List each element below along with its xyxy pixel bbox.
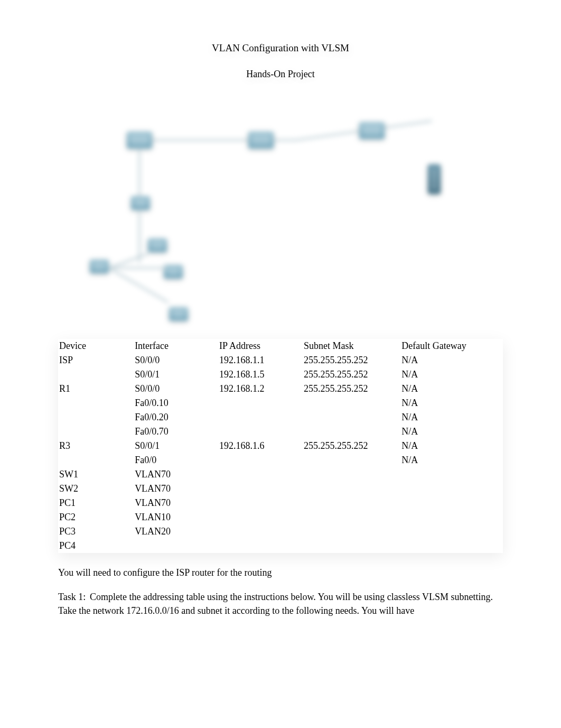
cell-gateway (400, 539, 503, 553)
cell-interface: VLAN20 (134, 524, 218, 539)
cell-interface: VLAN10 (134, 510, 218, 524)
cell-gateway (400, 524, 503, 539)
pc-icon (148, 238, 167, 252)
cell-gateway (400, 482, 503, 496)
addressing-table: Device Interface IP Address Subnet Mask … (58, 339, 503, 553)
cell-device: PC3 (58, 524, 134, 539)
cell-mask (303, 510, 400, 524)
cell-ip (218, 524, 303, 539)
cell-ip: 192.168.1.6 (218, 439, 303, 453)
cell-mask (303, 524, 400, 539)
table-row: ISPS0/0/0192.168.1.1255.255.255.252N/A (58, 353, 503, 367)
cell-ip (218, 496, 303, 510)
task-1-paragraph: Task 1:Complete the addressing table usi… (58, 590, 503, 618)
cell-mask (303, 496, 400, 510)
cell-ip (218, 410, 303, 425)
cell-mask (303, 539, 400, 553)
cell-device: SW2 (58, 482, 134, 496)
cell-ip (218, 510, 303, 524)
cell-device: PC1 (58, 496, 134, 510)
cell-gateway: N/A (400, 439, 503, 453)
cell-interface: S0/0/0 (134, 353, 218, 367)
header-interface: Interface (134, 339, 218, 353)
cell-gateway (400, 467, 503, 482)
cell-device: PC2 (58, 510, 134, 524)
task-1-text: Complete the addressing table using the … (58, 592, 493, 616)
header-gateway: Default Gateway (400, 339, 503, 353)
cell-interface: S0/0/1 (134, 367, 218, 382)
cell-ip (218, 539, 303, 553)
cell-device (58, 396, 134, 410)
cell-device (58, 367, 134, 382)
cell-interface: VLAN70 (134, 496, 218, 510)
header-mask: Subnet Mask (303, 339, 400, 353)
cell-device: PC4 (58, 539, 134, 553)
table-row: R1S0/0/0192.168.1.2255.255.255.252N/A (58, 382, 503, 396)
cell-device: R1 (58, 382, 134, 396)
switch-icon (131, 196, 150, 210)
server-icon (428, 164, 441, 194)
cell-device (58, 425, 134, 439)
cell-gateway (400, 496, 503, 510)
table-header-row: Device Interface IP Address Subnet Mask … (58, 339, 503, 353)
cell-interface: VLAN70 (134, 467, 218, 482)
cell-device (58, 453, 134, 467)
table-row: PC3VLAN20 (58, 524, 503, 539)
table-row: S0/0/1192.168.1.5255.255.255.252N/A (58, 367, 503, 382)
cell-interface: S0/0/0 (134, 382, 218, 396)
cell-device: R3 (58, 439, 134, 453)
cell-mask: 255.255.255.252 (303, 367, 400, 382)
task-1-label: Task 1: (58, 590, 90, 604)
cell-mask (303, 482, 400, 496)
cell-interface: Fa0/0.70 (134, 425, 218, 439)
cell-ip (218, 453, 303, 467)
table-row: Fa0/0N/A (58, 453, 503, 467)
table-header: Device Interface IP Address Subnet Mask … (58, 339, 503, 353)
pc-icon (169, 307, 188, 321)
config-note: You will need to configure the ISP route… (58, 566, 503, 579)
table-row: SW2VLAN70 (58, 482, 503, 496)
cell-ip: 192.168.1.2 (218, 382, 303, 396)
cell-gateway: N/A (400, 425, 503, 439)
network-diagram (58, 101, 503, 334)
cell-interface: Fa0/0.10 (134, 396, 218, 410)
table-row: R3S0/0/1192.168.1.6255.255.255.252N/A (58, 439, 503, 453)
cell-mask: 255.255.255.252 (303, 382, 400, 396)
cell-mask (303, 467, 400, 482)
cell-device (58, 410, 134, 425)
switch-icon (90, 260, 109, 273)
header-ip: IP Address (218, 339, 303, 353)
router-icon (359, 122, 385, 139)
cell-interface: Fa0/0 (134, 453, 218, 467)
page-title: VLAN Configuration with VLSM (58, 42, 503, 54)
table-row: PC4 (58, 539, 503, 553)
cell-interface: S0/0/1 (134, 439, 218, 453)
table-body: ISPS0/0/0192.168.1.1255.255.255.252N/AS0… (58, 353, 503, 553)
header-device: Device (58, 339, 134, 353)
cell-gateway: N/A (400, 453, 503, 467)
document-page: VLAN Configuration with VLSM Hands-On Pr… (0, 0, 561, 660)
cell-mask (303, 410, 400, 425)
cell-device: SW1 (58, 467, 134, 482)
cell-gateway: N/A (400, 396, 503, 410)
page-subtitle: Hands-On Project (58, 69, 503, 80)
table-row: SW1VLAN70 (58, 467, 503, 482)
cell-interface: Fa0/0.20 (134, 410, 218, 425)
table-row: Fa0/0.70N/A (58, 425, 503, 439)
cell-gateway: N/A (400, 353, 503, 367)
cell-interface: VLAN70 (134, 482, 218, 496)
cell-gateway (400, 510, 503, 524)
table-row: PC2VLAN10 (58, 510, 503, 524)
cell-ip: 192.168.1.1 (218, 353, 303, 367)
table-row: Fa0/0.20N/A (58, 410, 503, 425)
cell-mask: 255.255.255.252 (303, 439, 400, 453)
cell-gateway: N/A (400, 382, 503, 396)
cell-mask (303, 396, 400, 410)
cell-ip (218, 467, 303, 482)
router-icon (127, 132, 152, 149)
table-row: Fa0/0.10N/A (58, 396, 503, 410)
cell-device: ISP (58, 353, 134, 367)
cell-gateway: N/A (400, 367, 503, 382)
cell-mask: 255.255.255.252 (303, 353, 400, 367)
cell-gateway: N/A (400, 410, 503, 425)
